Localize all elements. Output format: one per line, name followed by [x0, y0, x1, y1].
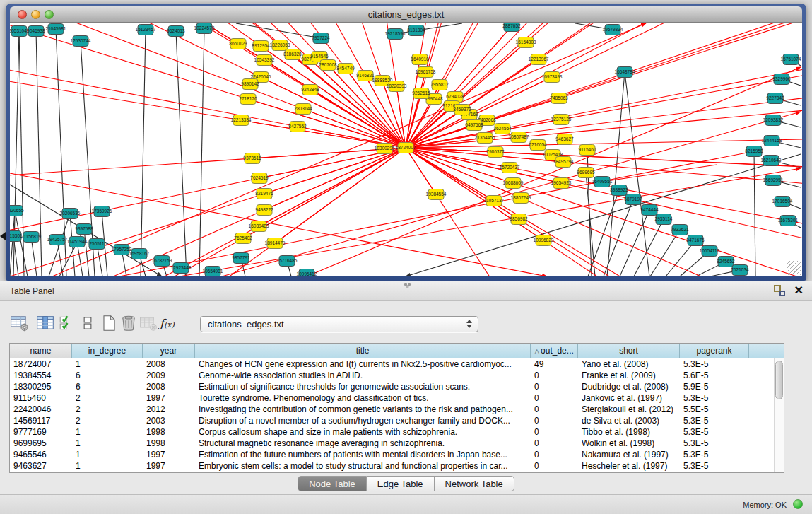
network-node[interactable]: 18300295	[375, 144, 395, 154]
network-node[interactable]: 2803144	[294, 104, 312, 115]
network-node[interactable]: 16782759	[152, 256, 172, 267]
network-node[interactable]: 11451944	[67, 237, 88, 247]
minimize-button[interactable]	[31, 10, 40, 19]
network-node[interactable]: 9262615	[412, 88, 430, 99]
network-node[interactable]: 12530744	[71, 36, 91, 47]
network-node[interactable]: 20206536	[60, 209, 81, 219]
tab-node-table[interactable]: Node Table	[298, 476, 367, 491]
network-node[interactable]: 16961758	[416, 67, 436, 78]
network-node[interactable]: 8459372	[453, 105, 471, 115]
network-node[interactable]: 9115460	[579, 145, 596, 156]
network-node[interactable]: 6879197	[624, 194, 642, 205]
network-node[interactable]: 11675301	[778, 216, 799, 226]
network-node[interactable]: 9474444	[640, 205, 659, 216]
network-node[interactable]: 18724007	[396, 143, 416, 153]
row-height-button[interactable]	[78, 314, 99, 335]
new-column-button[interactable]	[99, 314, 120, 335]
zoom-button[interactable]	[45, 10, 54, 19]
network-node[interactable]: 10654112	[700, 246, 720, 257]
delete-column-button[interactable]	[119, 314, 140, 335]
network-node[interactable]: 9373516	[243, 153, 261, 164]
table-row[interactable]: 1938455462009Genome-wide association stu…	[10, 370, 784, 381]
network-node[interactable]: 9890142	[241, 79, 259, 90]
splitter-handle[interactable]	[404, 283, 407, 286]
function-builder-button[interactable]: ƒ(x)	[160, 314, 181, 335]
network-node[interactable]: 21045981	[46, 24, 66, 35]
network-node[interactable]: 17016504	[772, 197, 793, 207]
table-mode-button[interactable]	[10, 314, 31, 335]
network-node[interactable]: 9242848	[301, 85, 319, 95]
network-node[interactable]: 15720437	[500, 163, 520, 173]
network-node[interactable]: 9857791	[232, 253, 250, 264]
network-node[interactable]: 12213334	[231, 115, 252, 126]
network-node[interactable]: 8186328	[283, 49, 302, 60]
table-row[interactable]: 911546021997Tourette syndrome. Phenomeno…	[10, 392, 784, 404]
network-node[interactable]: 12505115	[87, 239, 107, 250]
window-resize-grip[interactable]	[787, 261, 801, 275]
network-node[interactable]: 10807487	[509, 132, 529, 143]
tab-network-table[interactable]: Network Table	[435, 476, 514, 491]
network-node[interactable]: 10654981	[203, 267, 223, 277]
network-node[interactable]: 7625402	[234, 233, 252, 244]
network-node[interactable]: 9463627	[555, 134, 574, 145]
collapse-panel-arrow-icon[interactable]	[0, 232, 6, 240]
network-node[interactable]: 12213967	[529, 54, 549, 65]
table-source-select[interactable]: citations_edges.txt	[200, 316, 478, 332]
network-node[interactable]: 2935114	[655, 214, 673, 225]
network-node[interactable]: 9699695	[577, 168, 595, 178]
column-header-title[interactable]: title	[195, 344, 531, 358]
network-node[interactable]: 16409551	[592, 177, 613, 187]
network-node[interactable]: 7986372	[486, 147, 505, 158]
network-node[interactable]: 2867608	[319, 60, 337, 71]
network-node[interactable]: 8215958	[745, 146, 763, 157]
network-node[interactable]: 12093832	[763, 115, 784, 126]
network-node[interactable]: 1640910	[411, 54, 429, 65]
network-node[interactable]: 7957224	[312, 33, 330, 44]
table-row[interactable]: 977716911998Corpus callosum shape and si…	[10, 426, 784, 438]
network-node[interactable]: 7624519	[250, 173, 269, 184]
network-node[interactable]: 11057137	[484, 196, 505, 206]
table-row[interactable]: 946554611997Estimation of the future num…	[10, 449, 784, 460]
close-button[interactable]	[18, 10, 27, 19]
network-canvas[interactable]: 1872400716154808122139671097349374850631…	[10, 23, 802, 276]
network-node[interactable]: 7932621	[671, 225, 689, 235]
network-node[interactable]: 12444158	[762, 136, 782, 146]
network-node[interactable]: 10224578	[194, 23, 215, 34]
network-node[interactable]: 9624013	[167, 26, 185, 37]
network-node[interactable]: 9046938	[27, 26, 45, 37]
network-node[interactable]: 16648784	[615, 67, 635, 78]
network-node[interactable]: 16210643	[761, 156, 782, 166]
network-node[interactable]: 12923448	[171, 263, 192, 274]
column-header-pagerank[interactable]: pagerank	[680, 344, 749, 358]
network-node[interactable]: 17359926	[92, 206, 112, 217]
network-node[interactable]: 15123457	[136, 25, 156, 35]
table-row[interactable]: 969969511998Structural magnetic resonanc…	[10, 438, 784, 449]
network-node[interactable]: 19579334	[603, 25, 623, 35]
table-row[interactable]: 1456911722003Disruption of a novel membe…	[10, 415, 784, 426]
network-node[interactable]: 9227343	[766, 93, 784, 104]
network-node[interactable]: 9397588	[75, 224, 93, 235]
network-node[interactable]: 7485063	[550, 93, 568, 104]
column-header-in_degree[interactable]: in_degree	[72, 344, 143, 358]
network-node[interactable]: 18914479	[265, 238, 286, 249]
network-node[interactable]: 8427552	[288, 122, 307, 132]
network-node[interactable]: 18495794	[553, 157, 574, 168]
network-node[interactable]: 15751074	[781, 54, 801, 65]
network-node[interactable]: 10995412	[297, 269, 317, 277]
table-row[interactable]: 946362711997Embryonic stem cells: a mode…	[10, 460, 784, 472]
memory-ok-indicator[interactable]	[793, 499, 803, 509]
network-node[interactable]: 7955812	[430, 80, 449, 90]
network-node[interactable]: 8938923	[610, 185, 628, 196]
network-node[interactable]: 9329966	[772, 74, 791, 85]
network-node[interactable]: 19218596	[385, 29, 406, 40]
network-node[interactable]: 8454749	[336, 64, 355, 74]
tab-edge-table[interactable]: Edge Table	[367, 476, 435, 491]
network-node[interactable]: 8471676	[686, 235, 705, 246]
table-scrollbar-thumb[interactable]	[775, 361, 783, 399]
network-node[interactable]: 10688609	[503, 178, 524, 189]
network-node[interactable]: 21156819	[21, 232, 42, 243]
network-node[interactable]: 18807249	[511, 193, 531, 204]
float-panel-button[interactable]	[774, 285, 785, 296]
network-node[interactable]: 2520655	[10, 206, 24, 216]
column-visibility-button[interactable]	[35, 314, 57, 335]
